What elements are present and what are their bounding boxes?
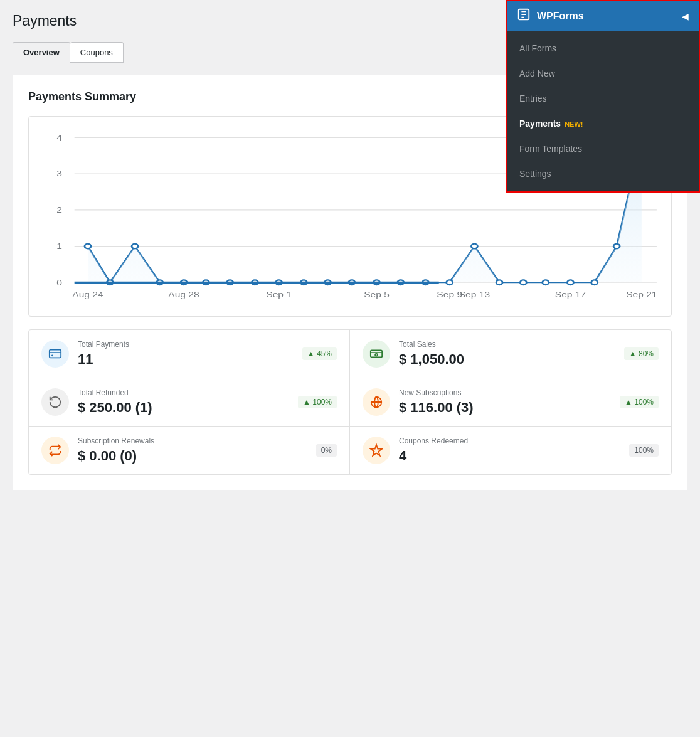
dropdown-item-add-new[interactable]: Add New <box>507 61 699 86</box>
svg-text:Sep 5: Sep 5 <box>364 290 390 299</box>
new-subscriptions-info: New Subscriptions $ 116.00 (3) <box>399 388 611 416</box>
svg-text:Sep 21: Sep 21 <box>626 290 657 299</box>
svg-point-33 <box>613 244 620 249</box>
total-sales-label: Total Sales <box>399 340 615 349</box>
total-refunded-icon <box>41 388 69 416</box>
total-payments-icon <box>41 340 69 368</box>
svg-text:Aug 24: Aug 24 <box>72 290 103 299</box>
new-subscriptions-badge: ▲ 100% <box>620 396 659 408</box>
svg-point-26 <box>447 280 453 285</box>
new-subscriptions-icon <box>363 388 390 416</box>
wpforms-icon <box>517 8 531 24</box>
svg-rect-44 <box>50 350 61 358</box>
new-badge: NEW! <box>565 120 583 128</box>
total-refunded-value: $ 250.00 (1) <box>78 400 289 416</box>
dropdown-title: WPForms <box>537 11 584 22</box>
total-payments-info: Total Payments 11 <box>78 340 294 368</box>
total-refunded-info: Total Refunded $ 250.00 (1) <box>78 388 289 416</box>
svg-point-29 <box>520 280 526 285</box>
total-payments-value: 11 <box>78 351 294 368</box>
svg-text:4: 4 <box>56 134 62 142</box>
subscription-renewals-icon <box>41 437 69 464</box>
coupons-redeemed-badge: 100% <box>629 444 659 457</box>
total-sales-icon <box>363 340 390 368</box>
total-refunded-badge: ▲ 100% <box>298 396 337 408</box>
wpforms-dropdown: WPForms ◀ All Forms Add New Entries Paym… <box>506 0 700 193</box>
svg-point-28 <box>496 280 502 285</box>
subscription-renewals-value: $ 0.00 (0) <box>78 448 307 464</box>
svg-point-45 <box>51 354 53 356</box>
total-payments-label: Total Payments <box>78 340 294 349</box>
stat-subscription-renewals: Subscription Renewals $ 0.00 (0) 0% <box>29 427 350 474</box>
stat-total-refunded: Total Refunded $ 250.00 (1) ▲ 100% <box>29 378 350 427</box>
stat-total-sales: Total Sales $ 1,050.00 ▲ 80% <box>350 330 671 378</box>
coupons-redeemed-label: Coupons Redeemed <box>399 437 620 445</box>
total-refunded-label: Total Refunded <box>78 388 289 397</box>
dropdown-header-left: WPForms <box>517 8 584 24</box>
svg-text:Sep 13: Sep 13 <box>459 290 491 299</box>
total-sales-value: $ 1,050.00 <box>399 351 615 368</box>
svg-text:0: 0 <box>56 278 62 287</box>
svg-point-27 <box>471 244 477 249</box>
dropdown-header[interactable]: WPForms ◀ <box>507 1 699 31</box>
stats-grid: Total Payments 11 ▲ 45% Total Sales $ 1,… <box>28 329 672 475</box>
dropdown-item-form-templates[interactable]: Form Templates <box>507 136 699 161</box>
coupons-redeemed-value: 4 <box>399 448 620 464</box>
svg-point-47 <box>375 354 378 356</box>
svg-text:2: 2 <box>56 206 62 215</box>
new-subscriptions-label: New Subscriptions <box>399 388 611 397</box>
dropdown-menu: All Forms Add New Entries PaymentsNEW! F… <box>507 31 699 191</box>
new-subscriptions-value: $ 116.00 (3) <box>399 400 611 416</box>
svg-point-30 <box>543 280 549 285</box>
svg-point-13 <box>132 244 138 249</box>
total-payments-badge: ▲ 45% <box>302 347 337 360</box>
svg-text:3: 3 <box>56 169 62 178</box>
tab-overview[interactable]: Overview <box>13 42 70 63</box>
stat-coupons-redeemed: Coupons Redeemed 4 100% <box>350 427 671 474</box>
svg-text:Aug 28: Aug 28 <box>168 290 199 299</box>
subscription-renewals-info: Subscription Renewals $ 0.00 (0) <box>78 437 307 464</box>
payments-summary-title: Payments Summary <box>28 90 136 103</box>
subscription-renewals-badge: 0% <box>316 444 337 457</box>
subscription-renewals-label: Subscription Renewals <box>78 437 307 445</box>
svg-point-11 <box>85 244 91 249</box>
svg-text:1: 1 <box>56 242 62 251</box>
svg-point-31 <box>567 280 573 285</box>
total-sales-badge: ▲ 80% <box>624 347 659 360</box>
dropdown-item-payments[interactable]: PaymentsNEW! <box>507 111 699 136</box>
tab-coupons[interactable]: Coupons <box>70 42 124 63</box>
dropdown-item-all-forms[interactable]: All Forms <box>507 36 699 61</box>
coupons-redeemed-icon <box>363 437 390 464</box>
dropdown-item-entries[interactable]: Entries <box>507 86 699 111</box>
total-sales-info: Total Sales $ 1,050.00 <box>399 340 615 368</box>
svg-text:Sep 1: Sep 1 <box>266 290 292 299</box>
dropdown-item-settings[interactable]: Settings <box>507 161 699 186</box>
coupons-redeemed-info: Coupons Redeemed 4 <box>399 437 620 464</box>
svg-text:Sep 17: Sep 17 <box>555 290 586 299</box>
svg-point-32 <box>591 280 598 285</box>
stat-total-payments: Total Payments 11 ▲ 45% <box>29 330 350 378</box>
dropdown-arrow-icon: ◀ <box>682 11 689 21</box>
stat-new-subscriptions: New Subscriptions $ 116.00 (3) ▲ 100% <box>350 378 671 427</box>
